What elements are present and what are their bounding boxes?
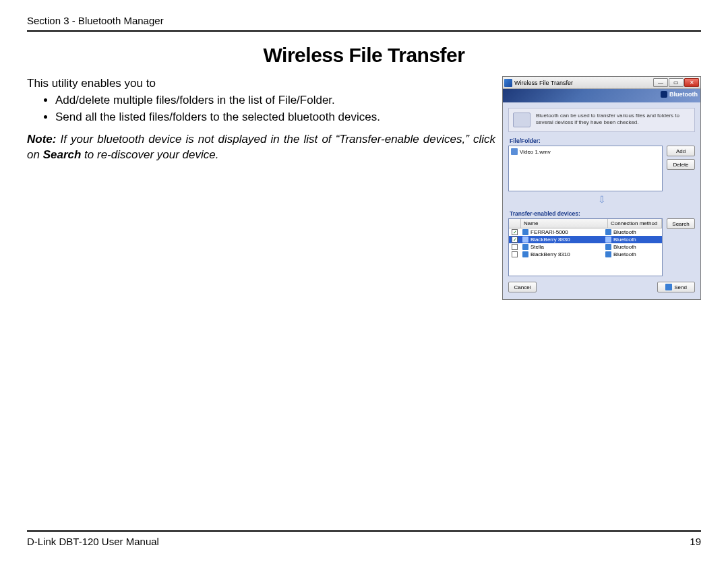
window-titlebar: Wireless File Transfer — ▭ ✕ — [503, 77, 700, 89]
note-label: Note: — [27, 133, 56, 146]
device-icon — [522, 244, 528, 250]
dialog-banner: Bluetooth — [503, 89, 700, 102]
device-icon — [522, 251, 528, 257]
table-row[interactable]: BlackBerry 8310Bluetooth — [509, 251, 662, 258]
page-title: Wireless File Transfer — [27, 44, 701, 67]
screenshot-dialog: Wireless File Transfer — ▭ ✕ Bluetooth B… — [502, 76, 701, 300]
bluetooth-icon — [605, 237, 611, 243]
bluetooth-icon — [605, 244, 611, 250]
device-name: FERRARI-5000 — [530, 229, 568, 235]
section-header: Section 3 - Bluetooth Manager — [27, 15, 701, 32]
add-button[interactable]: Add — [667, 146, 695, 156]
list-item: Send all the listed files/folders to the… — [55, 110, 495, 125]
bluetooth-icon — [605, 229, 611, 235]
minimize-button[interactable]: — — [653, 78, 668, 87]
file-icon — [511, 148, 518, 155]
window-icon — [504, 79, 512, 87]
arrow-down-icon: ⇩ — [508, 194, 695, 205]
page-number: 19 — [690, 536, 701, 547]
body-text: This utility enables you to Add/delete m… — [27, 76, 502, 164]
note-text-after: to re-discover your device. — [81, 148, 218, 161]
file-name: Video 1.wmv — [520, 149, 551, 155]
note-paragraph: Note: If your bluetooth device is not di… — [27, 132, 495, 163]
devices-table[interactable]: Name Connection method ✓FERRARI-5000Blue… — [508, 218, 663, 276]
intro-line: This utility enables you to — [27, 76, 495, 92]
connection-method: Bluetooth — [613, 251, 636, 257]
window-title: Wireless File Transfer — [514, 80, 653, 86]
device-name: BlackBerry 8310 — [530, 251, 570, 257]
delete-button[interactable]: Delete — [667, 159, 695, 170]
table-row[interactable]: ✓BlackBerry 8830Bluetooth — [509, 236, 662, 243]
maximize-button[interactable]: ▭ — [669, 78, 684, 87]
device-icon — [522, 229, 528, 235]
col-connection[interactable]: Connection method — [608, 219, 662, 228]
transfer-icon — [513, 113, 530, 127]
col-name[interactable]: Name — [521, 219, 608, 228]
cancel-button[interactable]: Cancel — [508, 282, 537, 292]
send-label: Send — [674, 284, 687, 290]
device-icon — [522, 237, 528, 243]
devices-label: Transfer-enabled devices: — [510, 210, 695, 217]
row-checkbox[interactable]: ✓ — [512, 237, 518, 243]
send-button[interactable]: Send — [657, 282, 695, 292]
close-button[interactable]: ✕ — [684, 78, 699, 87]
search-button[interactable]: Search — [667, 218, 695, 229]
connection-method: Bluetooth — [613, 237, 636, 243]
connection-method: Bluetooth — [613, 244, 636, 250]
bluetooth-badge: Bluetooth — [661, 91, 698, 98]
table-row[interactable]: ✓FERRARI-5000Bluetooth — [509, 228, 662, 236]
feature-list: Add/delete multiple files/folders in the… — [55, 93, 495, 125]
info-panel: Bluetooth can be used to transfer variou… — [508, 108, 695, 132]
file-folder-label: File/Folder: — [510, 137, 695, 144]
table-row[interactable]: StellaBluetooth — [509, 243, 662, 251]
info-text: Bluetooth can be used to transfer variou… — [536, 113, 690, 126]
row-checkbox[interactable] — [512, 244, 518, 250]
footer-left: D-Link DBT-120 User Manual — [27, 536, 159, 547]
table-header: Name Connection method — [509, 219, 662, 228]
list-item: Add/delete multiple files/folders in the… — [55, 93, 495, 108]
row-checkbox[interactable]: ✓ — [512, 229, 518, 235]
send-icon — [665, 284, 672, 290]
file-list[interactable]: Video 1.wmv — [508, 146, 663, 191]
note-bold: Search — [43, 148, 82, 161]
page-footer: D-Link DBT-120 User Manual 19 — [27, 530, 701, 547]
bluetooth-icon — [605, 251, 611, 257]
device-name: BlackBerry 8830 — [530, 237, 570, 243]
connection-method: Bluetooth — [613, 229, 636, 235]
row-checkbox[interactable] — [512, 251, 518, 257]
list-item[interactable]: Video 1.wmv — [511, 148, 660, 155]
device-name: Stella — [530, 244, 544, 250]
